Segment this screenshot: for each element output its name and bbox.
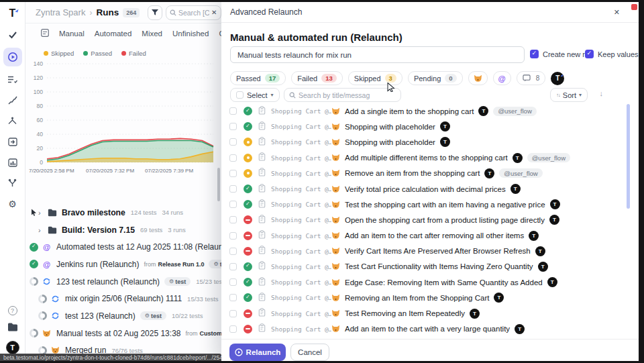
- test-row[interactable]: Shopping Cart @… Add an item to the cart…: [221, 228, 639, 244]
- automated-run-icon: [42, 260, 52, 269]
- run-tree-row[interactable]: Automated tests at 12 Aug 2025 11:08 (Re…: [25, 238, 221, 256]
- select-all-checkbox[interactable]: [236, 91, 244, 99]
- keep-values-option[interactable]: Keep values: [585, 50, 644, 58]
- test-row[interactable]: Shopping Cart @… Edge Case: Removing Ite…: [221, 274, 639, 290]
- runs-play-icon[interactable]: [3, 48, 22, 66]
- run-heading: Manual & automated run (Relaunch): [230, 32, 402, 43]
- run-tree-row[interactable]: Bravo milestone 124 tests 34 runs: [25, 204, 221, 221]
- chevron-right-icon[interactable]: [38, 209, 47, 217]
- clear-search-icon[interactable]: [211, 9, 217, 16]
- test-row[interactable]: Shopping Cart @… Verify total price calc…: [221, 181, 639, 197]
- app-logo[interactable]: T: [9, 7, 16, 22]
- row-checkbox[interactable]: [229, 123, 237, 130]
- test-row[interactable]: Shopping Cart @… Shopping with placehold…: [221, 134, 639, 150]
- report-image-icon[interactable]: [3, 154, 22, 170]
- run-tree-row[interactable]: Jenkins run (Relaunch) from Release Run …: [25, 256, 221, 273]
- row-checkbox[interactable]: [229, 248, 237, 255]
- projects-folder-icon[interactable]: [7, 322, 18, 334]
- filter-button[interactable]: [148, 5, 162, 20]
- test-row[interactable]: Shopping Cart @… Add a single item to th…: [221, 103, 639, 119]
- runs-search-box[interactable]: [166, 5, 221, 20]
- comments-chip[interactable]: 8: [517, 71, 546, 85]
- legend-skipped[interactable]: Skipped: [44, 50, 74, 57]
- create-new-run-option[interactable]: Create new run: [530, 50, 593, 58]
- breadcrumb-section[interactable]: Runs: [96, 7, 119, 17]
- runs-search-input[interactable]: [178, 9, 209, 17]
- import-icon[interactable]: [3, 134, 22, 150]
- clipboard-icon: [258, 276, 266, 289]
- test-row[interactable]: Shopping Cart @… Add an item to the cart…: [221, 321, 639, 337]
- row-checkbox[interactable]: [229, 154, 237, 162]
- row-checkbox[interactable]: [229, 216, 237, 223]
- create-new-run-checkbox[interactable]: [530, 50, 539, 58]
- list-search-input[interactable]: [299, 91, 396, 99]
- test-row[interactable]: Shopping Cart @… Test Removing an Item R…: [221, 305, 639, 321]
- run-tree-row[interactable]: Build: Version 7.15 69 tests 3 runs: [25, 221, 221, 239]
- test-row[interactable]: Shopping Cart @… Verify Cart Items Are P…: [221, 244, 639, 259]
- automated-filter-chip[interactable]: [493, 71, 511, 85]
- test-row[interactable]: Shopping Cart @… Test the shopping cart …: [221, 197, 639, 212]
- tab-unfinished[interactable]: Unfinished: [172, 30, 209, 38]
- status-chip[interactable]: Passed 17: [230, 71, 286, 85]
- relaunch-button[interactable]: Relaunch: [229, 344, 286, 361]
- steps-trend-icon[interactable]: [3, 92, 22, 108]
- clipboard-icon: [258, 323, 266, 335]
- test-row[interactable]: Shopping Cart @… Test Cart Functionality…: [221, 259, 639, 274]
- run-tree-row[interactable]: mix origin 25/06 (Relaunch) 1111 15/33 t…: [25, 290, 221, 307]
- test-row[interactable]: Shopping Cart @… Open the shopping cart …: [221, 212, 639, 227]
- test-row[interactable]: Shopping Cart @… Add multiple different …: [221, 150, 639, 166]
- analytics-pulse-icon[interactable]: [3, 113, 22, 129]
- list-scrollbar[interactable]: [627, 104, 630, 209]
- run-title: Manual tests at 02 Aug 2025 13:38: [56, 329, 180, 338]
- legend-passed[interactable]: Passed: [83, 50, 112, 57]
- svg-text:120: 120: [34, 74, 43, 81]
- status-chip[interactable]: Failed 13: [291, 71, 343, 85]
- test-row[interactable]: Shopping Cart @… Remove an item from the…: [221, 166, 639, 181]
- help-icon[interactable]: [8, 306, 17, 315]
- list-search-box[interactable]: [284, 88, 401, 102]
- row-checkbox[interactable]: [229, 170, 237, 177]
- tag-pill: @user_flow: [493, 107, 536, 116]
- chevron-right-icon[interactable]: [38, 226, 47, 234]
- branch-icon[interactable]: [3, 175, 22, 191]
- manual-filter-chip[interactable]: [468, 71, 488, 85]
- svg-text:100: 100: [34, 89, 43, 95]
- row-checkbox[interactable]: [229, 325, 237, 333]
- cancel-button[interactable]: Cancel: [290, 344, 329, 361]
- status-chip-list: Passed 17 Failed 13 Skipped 3 Pending 0: [230, 71, 463, 85]
- tab-manual[interactable]: Manual: [59, 30, 85, 38]
- row-checkbox[interactable]: [229, 201, 237, 208]
- customize-tabs-icon[interactable]: [41, 28, 49, 40]
- panel-scrollbar[interactable]: [217, 168, 220, 201]
- tab-automated[interactable]: Automated: [95, 30, 132, 38]
- row-checkbox[interactable]: [229, 138, 237, 146]
- sort-dropdown[interactable]: Sort: [550, 88, 588, 102]
- select-dropdown[interactable]: Select: [230, 88, 280, 102]
- download-arrow-icon[interactable]: [600, 89, 604, 97]
- test-row[interactable]: Shopping Cart @… Shopping with placehold…: [221, 119, 639, 134]
- keep-values-checkbox[interactable]: [585, 50, 594, 58]
- area-chart: 0204060801001201407/20/2025 2:58 PM07/20…: [27, 60, 217, 176]
- settings-gear-icon[interactable]: ⚙: [3, 196, 22, 212]
- test-row[interactable]: Shopping Cart @… Removing an Item from t…: [221, 290, 639, 305]
- status-chip[interactable]: Pending 0: [408, 71, 463, 85]
- row-checkbox[interactable]: [229, 310, 237, 317]
- run-tree-row[interactable]: Manual tests at 02 Aug 2025 13:38 from C…: [25, 325, 221, 342]
- row-checkbox[interactable]: [229, 278, 237, 286]
- row-checkbox[interactable]: [229, 232, 237, 240]
- run-tree-row[interactable]: 123 test relaunch (Relaunch) test 15/23 …: [25, 273, 221, 291]
- breadcrumb-project[interactable]: Zyntra Spark: [36, 7, 85, 17]
- user-avatar[interactable]: T: [6, 341, 19, 354]
- row-checkbox[interactable]: [229, 263, 237, 270]
- close-icon[interactable]: [614, 8, 620, 17]
- row-checkbox[interactable]: [229, 107, 237, 115]
- run-tree-row[interactable]: test 123 (Relaunch) test 10/22 tests: [25, 307, 221, 325]
- row-checkbox[interactable]: [229, 185, 237, 193]
- run-name-input[interactable]: [230, 46, 525, 63]
- legend-failed[interactable]: Failed: [121, 50, 146, 57]
- assignee-avatar-chip[interactable]: T: [551, 72, 564, 85]
- tab-mixed[interactable]: Mixed: [142, 30, 162, 38]
- test-list-icon[interactable]: [3, 71, 22, 87]
- tasks-check-icon[interactable]: [3, 27, 22, 43]
- row-checkbox[interactable]: [229, 294, 237, 301]
